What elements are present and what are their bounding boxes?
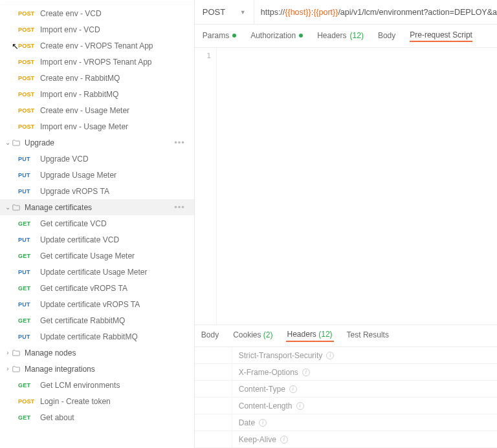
response-header-name: Content-Lengthi <box>232 401 304 411</box>
folder-icon <box>12 203 21 212</box>
response-header-label: Content-Length <box>239 401 293 411</box>
request-item-label: Create env - VCD <box>40 9 102 18</box>
status-dot-icon <box>299 34 303 37</box>
header-row-gutter <box>195 414 232 431</box>
request-item[interactable]: PUTUpdate certificate Usage Meter <box>0 264 194 280</box>
tab-params[interactable]: Params <box>203 31 236 41</box>
response-header-row[interactable]: Content-Lengthi <box>195 398 497 414</box>
request-url-input[interactable]: https://{{host}}:{{port}}/api/v1/lcm/env… <box>254 0 497 24</box>
chevron-down-icon[interactable]: ⌄ <box>4 204 12 211</box>
http-method-badge: PUT <box>18 188 38 195</box>
request-item[interactable]: GETGet about <box>0 409 194 425</box>
request-item[interactable]: GETGet certificate VCD <box>0 215 194 231</box>
folder-row[interactable]: ⌄Manage certificates••• <box>0 199 194 215</box>
request-item-label: Upgrade vROPS TA <box>40 187 109 196</box>
tab-params-label: Params <box>203 31 229 40</box>
resp-tab-test-results[interactable]: Test Results <box>346 330 390 341</box>
request-item[interactable]: POSTCreate env - RabbitMQ <box>0 70 194 86</box>
http-method-badge: POST <box>18 91 38 98</box>
response-header-row[interactable]: X-Frame-Optionsi <box>195 364 497 381</box>
request-item[interactable]: GETGet LCM environments <box>0 377 194 393</box>
editor-line-number: 1 <box>195 52 211 60</box>
folder-icon <box>12 138 21 147</box>
request-item[interactable]: POSTCreate env - VROPS Tenant App <box>0 37 194 54</box>
response-header-label: Date <box>239 418 255 427</box>
request-item[interactable]: GETGet certificate Usage Meter <box>0 248 194 264</box>
folder-row[interactable]: ›Manage integrations <box>0 361 194 377</box>
request-item[interactable]: PUTUpdate certificate RabbitMQ <box>0 328 194 345</box>
request-item[interactable]: POSTLogin - Create token <box>0 393 194 409</box>
request-item-label: Create env - RabbitMQ <box>40 74 120 83</box>
request-item-label: Get certificate RabbitMQ <box>40 316 125 325</box>
info-icon[interactable]: i <box>296 402 304 410</box>
response-header-name: X-Frame-Optionsi <box>232 368 310 377</box>
request-item[interactable]: GETGet certificate vROPS TA <box>0 280 194 296</box>
request-item[interactable]: PUTUpgrade VCD <box>0 151 194 167</box>
request-url-bar: POST ▼ https://{{host}}:{{port}}/api/v1/… <box>195 0 497 25</box>
more-actions-icon[interactable]: ••• <box>174 202 185 212</box>
header-row-gutter <box>195 398 232 414</box>
script-editor[interactable]: 1 <box>195 48 497 325</box>
info-icon[interactable]: i <box>302 368 310 376</box>
chevron-right-icon[interactable]: › <box>4 349 12 356</box>
tab-auth-label: Authorization <box>250 31 296 40</box>
info-icon[interactable]: i <box>289 385 297 393</box>
resp-tab-cookies[interactable]: Cookies (2) <box>232 330 274 341</box>
response-header-row[interactable]: Content-Typei <box>195 381 497 398</box>
resp-tab-headers-count: (12) <box>318 330 332 339</box>
tab-authorization[interactable]: Authorization <box>250 31 303 41</box>
resp-tab-cookies-label: Cookies <box>233 330 261 339</box>
request-item[interactable]: POSTCreate env - VCD <box>0 5 194 21</box>
http-method-badge: GET <box>18 285 38 292</box>
request-item[interactable]: PUTUpgrade vROPS TA <box>0 183 194 199</box>
resp-tab-body[interactable]: Body <box>200 330 220 341</box>
chevron-down-icon[interactable]: ⌄ <box>4 139 12 146</box>
http-method-value: POST <box>203 7 225 17</box>
info-icon[interactable]: i <box>326 352 334 359</box>
resp-tab-body-label: Body <box>201 330 219 339</box>
more-actions-icon[interactable]: ••• <box>174 138 185 147</box>
request-item[interactable]: POSTImport env - Usage Meter <box>0 118 194 134</box>
http-method-badge: PUT <box>18 237 38 243</box>
request-item-label: Get certificate Usage Meter <box>40 251 135 261</box>
url-var-host: {{host}} <box>285 8 311 17</box>
resp-tab-test-label: Test Results <box>347 330 389 339</box>
request-item-label: Create env - Usage Meter <box>40 106 129 115</box>
request-item[interactable]: PUTUpdate certificate vROPS TA <box>0 296 194 312</box>
http-method-badge: GET <box>18 220 38 227</box>
http-method-badge: POST <box>18 10 38 17</box>
tab-headers-count: (12) <box>350 31 364 40</box>
request-item[interactable]: POSTCreate env - Usage Meter <box>0 102 194 118</box>
request-item[interactable]: GETGet certificate RabbitMQ <box>0 312 194 328</box>
chevron-down-icon: ▼ <box>240 9 246 16</box>
request-item-label: Get certificate VCD <box>40 219 107 228</box>
http-method-select[interactable]: POST ▼ <box>195 0 254 24</box>
response-header-name: Keep-Alivei <box>232 435 288 444</box>
request-item[interactable]: POSTImport env - RabbitMQ <box>0 86 194 102</box>
info-icon[interactable]: i <box>280 436 288 443</box>
response-header-row[interactable]: Datei <box>195 414 497 431</box>
response-header-name: Strict-Transport-Securityi <box>232 351 335 360</box>
request-panel: POST ▼ https://{{host}}:{{port}}/api/v1/… <box>195 0 497 448</box>
response-header-row[interactable]: Strict-Transport-Securityi <box>195 347 497 364</box>
request-item[interactable]: PUTUpgrade Usage Meter <box>0 167 194 183</box>
folder-row[interactable]: ⌄Upgrade••• <box>0 134 194 151</box>
header-row-gutter <box>195 364 232 380</box>
editor-body[interactable] <box>217 48 497 325</box>
response-tabs: Body Cookies (2) Headers (12) Test Resul… <box>195 325 497 347</box>
request-item[interactable]: PUTUpdate certificate VCD <box>0 231 194 248</box>
tab-headers[interactable]: Headers (12) <box>317 31 364 41</box>
http-method-badge: POST <box>18 107 38 114</box>
info-icon[interactable]: i <box>259 419 267 427</box>
tab-prerequest-script[interactable]: Pre-request Script <box>410 30 472 42</box>
chevron-right-icon[interactable]: › <box>4 365 12 372</box>
http-method-badge: POST <box>18 59 38 65</box>
request-item[interactable]: POSTImport env - VCD <box>0 21 194 37</box>
header-row-gutter <box>195 431 232 447</box>
folder-row[interactable]: ›Manage nodes <box>0 345 194 361</box>
tab-headers-label: Headers <box>317 31 346 40</box>
tab-body[interactable]: Body <box>378 31 395 41</box>
resp-tab-headers[interactable]: Headers (12) <box>286 330 334 342</box>
response-header-row[interactable]: Keep-Alivei <box>195 431 497 448</box>
request-item[interactable]: POSTImport env - VROPS Tenant App <box>0 54 194 70</box>
